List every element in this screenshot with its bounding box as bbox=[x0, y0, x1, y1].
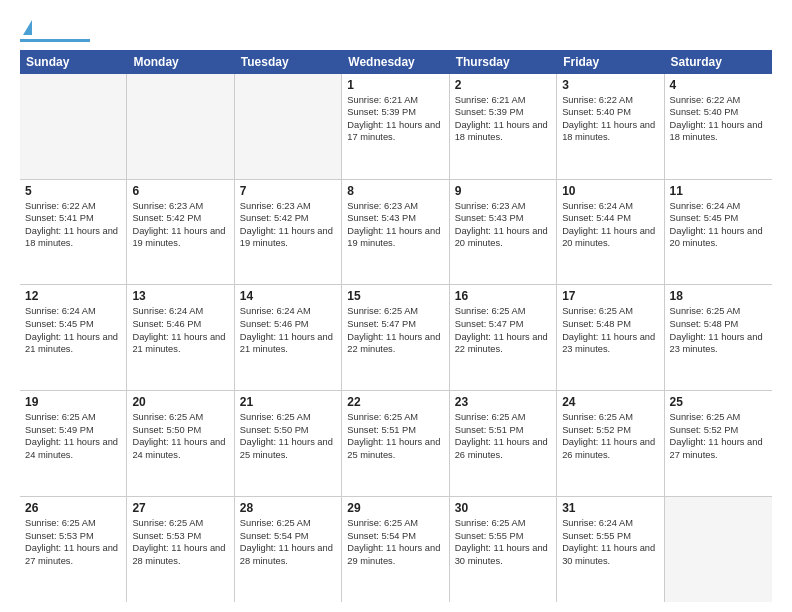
day-number: 16 bbox=[455, 289, 551, 303]
calendar-cell: 25Sunrise: 6:25 AMSunset: 5:52 PMDayligh… bbox=[665, 391, 772, 496]
sunrise-text: Sunrise: 6:25 AM bbox=[670, 411, 767, 424]
day-number: 20 bbox=[132, 395, 228, 409]
daylight-text: Daylight: 11 hours and 20 minutes. bbox=[455, 225, 551, 250]
daylight-text: Daylight: 11 hours and 25 minutes. bbox=[240, 436, 336, 461]
day-number: 19 bbox=[25, 395, 121, 409]
calendar-cell bbox=[235, 74, 342, 179]
sunrise-text: Sunrise: 6:25 AM bbox=[240, 411, 336, 424]
daylight-text: Daylight: 11 hours and 30 minutes. bbox=[455, 542, 551, 567]
calendar-cell: 24Sunrise: 6:25 AMSunset: 5:52 PMDayligh… bbox=[557, 391, 664, 496]
calendar: SundayMondayTuesdayWednesdayThursdayFrid… bbox=[20, 50, 772, 602]
calendar-cell: 12Sunrise: 6:24 AMSunset: 5:45 PMDayligh… bbox=[20, 285, 127, 390]
calendar-cell: 15Sunrise: 6:25 AMSunset: 5:47 PMDayligh… bbox=[342, 285, 449, 390]
sunrise-text: Sunrise: 6:25 AM bbox=[562, 411, 658, 424]
day-number: 7 bbox=[240, 184, 336, 198]
daylight-text: Daylight: 11 hours and 17 minutes. bbox=[347, 119, 443, 144]
daylight-text: Daylight: 11 hours and 18 minutes. bbox=[562, 119, 658, 144]
day-number: 27 bbox=[132, 501, 228, 515]
sunrise-text: Sunrise: 6:23 AM bbox=[455, 200, 551, 213]
calendar-row-1: 1Sunrise: 6:21 AMSunset: 5:39 PMDaylight… bbox=[20, 74, 772, 180]
daylight-text: Daylight: 11 hours and 21 minutes. bbox=[240, 331, 336, 356]
calendar-cell: 3Sunrise: 6:22 AMSunset: 5:40 PMDaylight… bbox=[557, 74, 664, 179]
calendar-cell: 30Sunrise: 6:25 AMSunset: 5:55 PMDayligh… bbox=[450, 497, 557, 602]
day-number: 25 bbox=[670, 395, 767, 409]
sunset-text: Sunset: 5:52 PM bbox=[562, 424, 658, 437]
sunset-text: Sunset: 5:55 PM bbox=[455, 530, 551, 543]
sunrise-text: Sunrise: 6:23 AM bbox=[347, 200, 443, 213]
calendar-cell: 8Sunrise: 6:23 AMSunset: 5:43 PMDaylight… bbox=[342, 180, 449, 285]
sunrise-text: Sunrise: 6:25 AM bbox=[347, 305, 443, 318]
sunset-text: Sunset: 5:43 PM bbox=[455, 212, 551, 225]
sunset-text: Sunset: 5:48 PM bbox=[562, 318, 658, 331]
calendar-cell bbox=[127, 74, 234, 179]
day-header-friday: Friday bbox=[557, 50, 664, 74]
calendar-cell: 17Sunrise: 6:25 AMSunset: 5:48 PMDayligh… bbox=[557, 285, 664, 390]
sunset-text: Sunset: 5:46 PM bbox=[240, 318, 336, 331]
logo-triangle-icon bbox=[23, 20, 32, 35]
day-number: 22 bbox=[347, 395, 443, 409]
sunrise-text: Sunrise: 6:25 AM bbox=[455, 411, 551, 424]
day-header-monday: Monday bbox=[127, 50, 234, 74]
sunrise-text: Sunrise: 6:24 AM bbox=[562, 200, 658, 213]
sunset-text: Sunset: 5:51 PM bbox=[347, 424, 443, 437]
day-number: 8 bbox=[347, 184, 443, 198]
sunrise-text: Sunrise: 6:24 AM bbox=[670, 200, 767, 213]
sunset-text: Sunset: 5:47 PM bbox=[455, 318, 551, 331]
day-number: 29 bbox=[347, 501, 443, 515]
day-number: 14 bbox=[240, 289, 336, 303]
sunset-text: Sunset: 5:47 PM bbox=[347, 318, 443, 331]
calendar-cell bbox=[20, 74, 127, 179]
calendar-cell: 29Sunrise: 6:25 AMSunset: 5:54 PMDayligh… bbox=[342, 497, 449, 602]
day-number: 11 bbox=[670, 184, 767, 198]
sunrise-text: Sunrise: 6:24 AM bbox=[132, 305, 228, 318]
day-number: 2 bbox=[455, 78, 551, 92]
sunset-text: Sunset: 5:42 PM bbox=[132, 212, 228, 225]
sunset-text: Sunset: 5:45 PM bbox=[25, 318, 121, 331]
sunset-text: Sunset: 5:53 PM bbox=[132, 530, 228, 543]
sunset-text: Sunset: 5:39 PM bbox=[347, 106, 443, 119]
daylight-text: Daylight: 11 hours and 28 minutes. bbox=[240, 542, 336, 567]
day-number: 1 bbox=[347, 78, 443, 92]
logo-text bbox=[20, 18, 32, 38]
daylight-text: Daylight: 11 hours and 24 minutes. bbox=[25, 436, 121, 461]
sunset-text: Sunset: 5:48 PM bbox=[670, 318, 767, 331]
calendar-cell: 23Sunrise: 6:25 AMSunset: 5:51 PMDayligh… bbox=[450, 391, 557, 496]
sunrise-text: Sunrise: 6:24 AM bbox=[562, 517, 658, 530]
day-number: 5 bbox=[25, 184, 121, 198]
calendar-cell: 21Sunrise: 6:25 AMSunset: 5:50 PMDayligh… bbox=[235, 391, 342, 496]
logo-line bbox=[20, 39, 90, 42]
calendar-cell: 7Sunrise: 6:23 AMSunset: 5:42 PMDaylight… bbox=[235, 180, 342, 285]
calendar-cell: 2Sunrise: 6:21 AMSunset: 5:39 PMDaylight… bbox=[450, 74, 557, 179]
sunset-text: Sunset: 5:50 PM bbox=[132, 424, 228, 437]
sunrise-text: Sunrise: 6:23 AM bbox=[132, 200, 228, 213]
sunrise-text: Sunrise: 6:25 AM bbox=[25, 411, 121, 424]
day-header-saturday: Saturday bbox=[665, 50, 772, 74]
daylight-text: Daylight: 11 hours and 23 minutes. bbox=[670, 331, 767, 356]
calendar-cell: 4Sunrise: 6:22 AMSunset: 5:40 PMDaylight… bbox=[665, 74, 772, 179]
day-number: 9 bbox=[455, 184, 551, 198]
sunrise-text: Sunrise: 6:21 AM bbox=[455, 94, 551, 107]
day-number: 30 bbox=[455, 501, 551, 515]
day-number: 31 bbox=[562, 501, 658, 515]
calendar-cell: 14Sunrise: 6:24 AMSunset: 5:46 PMDayligh… bbox=[235, 285, 342, 390]
day-number: 10 bbox=[562, 184, 658, 198]
day-header-sunday: Sunday bbox=[20, 50, 127, 74]
sunset-text: Sunset: 5:51 PM bbox=[455, 424, 551, 437]
sunrise-text: Sunrise: 6:25 AM bbox=[455, 305, 551, 318]
day-header-tuesday: Tuesday bbox=[235, 50, 342, 74]
calendar-cell: 9Sunrise: 6:23 AMSunset: 5:43 PMDaylight… bbox=[450, 180, 557, 285]
calendar-cell: 28Sunrise: 6:25 AMSunset: 5:54 PMDayligh… bbox=[235, 497, 342, 602]
sunrise-text: Sunrise: 6:25 AM bbox=[132, 517, 228, 530]
daylight-text: Daylight: 11 hours and 18 minutes. bbox=[455, 119, 551, 144]
day-number: 24 bbox=[562, 395, 658, 409]
sunrise-text: Sunrise: 6:25 AM bbox=[670, 305, 767, 318]
calendar-cell: 20Sunrise: 6:25 AMSunset: 5:50 PMDayligh… bbox=[127, 391, 234, 496]
calendar-cell: 31Sunrise: 6:24 AMSunset: 5:55 PMDayligh… bbox=[557, 497, 664, 602]
daylight-text: Daylight: 11 hours and 19 minutes. bbox=[132, 225, 228, 250]
header bbox=[20, 18, 772, 42]
calendar-row-3: 12Sunrise: 6:24 AMSunset: 5:45 PMDayligh… bbox=[20, 285, 772, 391]
logo bbox=[20, 18, 90, 42]
daylight-text: Daylight: 11 hours and 22 minutes. bbox=[347, 331, 443, 356]
sunrise-text: Sunrise: 6:25 AM bbox=[25, 517, 121, 530]
sunrise-text: Sunrise: 6:24 AM bbox=[240, 305, 336, 318]
